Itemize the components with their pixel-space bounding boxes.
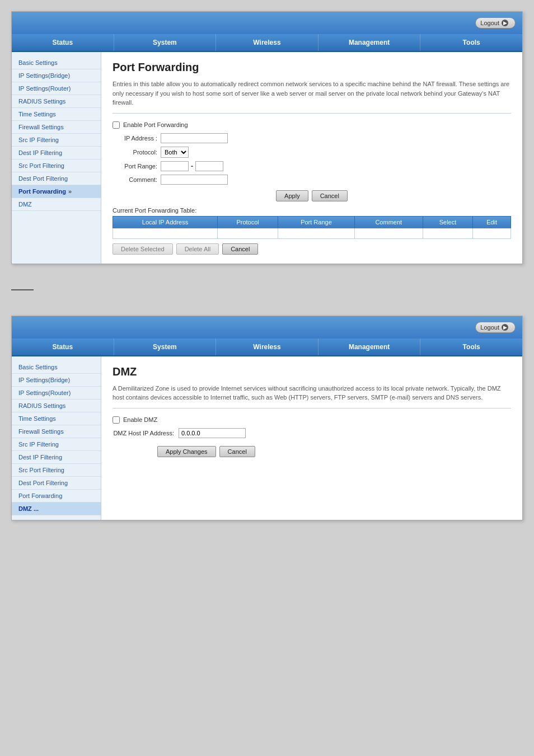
apply-changes-button[interactable]: Apply Changes (157, 446, 216, 457)
port-dash: - (191, 162, 193, 170)
sidebar-dmz-2[interactable]: DMZ ... (12, 503, 101, 515)
protocol-label: Protocol: (113, 149, 157, 156)
sidebar-src-port-2[interactable]: Src Port Filtering (12, 464, 101, 477)
table-btn-row-1: Delete Selected Delete All Cancel (113, 243, 511, 255)
enable-dmz-label: Enable DMZ (123, 416, 157, 423)
col-protocol: Protocol (218, 216, 278, 228)
page-title-1: Port Forwarding (113, 61, 511, 74)
port-range-start-input[interactable] (161, 161, 189, 171)
col-edit: Edit (473, 216, 511, 228)
sidebar-dest-port-2[interactable]: Dest Port Filtering (12, 477, 101, 490)
sidebar-dest-ip-2[interactable]: Dest IP Filtering (12, 451, 101, 464)
nav-wireless-2[interactable]: Wireless (216, 339, 318, 355)
nav-tools-2[interactable]: Tools (420, 339, 522, 355)
nav-system-1[interactable]: System (114, 34, 217, 51)
page-title-2: DMZ (113, 365, 511, 378)
sidebar-port-forwarding-2[interactable]: Port Forwarding (12, 490, 101, 503)
logout-label-1: Logout (480, 20, 499, 26)
table-row (113, 228, 511, 238)
nav-management-2[interactable]: Management (318, 339, 421, 355)
comment-input[interactable] (161, 175, 228, 185)
cancel-table-button[interactable]: Cancel (222, 243, 258, 255)
col-port-range: Port Range (278, 216, 355, 228)
logout-button-2[interactable]: Logout ▶ (475, 322, 516, 333)
panel-body-2: Basic Settings IP Settings(Bridge) IP Se… (12, 356, 522, 520)
delete-selected-button[interactable]: Delete Selected (113, 243, 173, 255)
sidebar-basic-settings-2[interactable]: Basic Settings (12, 361, 101, 374)
col-comment: Comment (354, 216, 423, 228)
sidebar-basic-settings-1[interactable]: Basic Settings (12, 57, 101, 69)
sidebar-ip-router-2[interactable]: IP Settings(Router) (12, 387, 101, 400)
port-range-row: Port Range: - (113, 161, 511, 171)
apply-button-1[interactable]: Apply (276, 190, 308, 201)
sidebar-2: Basic Settings IP Settings(Bridge) IP Se… (12, 356, 101, 520)
delete-all-button[interactable]: Delete All (176, 243, 219, 255)
nav-bar-2: Status System Wireless Management Tools (12, 339, 522, 356)
ip-address-input[interactable] (161, 133, 228, 143)
sidebar-src-port-1[interactable]: Src Port Filtering (12, 159, 101, 172)
ip-address-label: IP Address : (113, 135, 157, 142)
protocol-row: Protocol: Both TCP UDP (113, 147, 511, 158)
col-select: Select (423, 216, 473, 228)
protocol-select[interactable]: Both TCP UDP (161, 147, 189, 158)
dmz-host-row: DMZ Host IP Address: (113, 428, 511, 438)
form-btn-row-1: Apply Cancel (113, 190, 511, 201)
sidebar-dest-port-1[interactable]: Dest Port Filtering (12, 172, 101, 185)
panel-header-2: Logout ▶ (12, 316, 522, 339)
form-btn-row-2: Apply Changes Cancel (113, 446, 511, 457)
enable-dmz-row: Enable DMZ (113, 416, 511, 424)
page-desc-2: A Demilitarized Zone is used to provide … (113, 384, 511, 408)
sidebar-ip-bridge-1[interactable]: IP Settings(Bridge) (12, 69, 101, 82)
col-local-ip: Local IP Address (113, 216, 218, 228)
main-content-1: Port Forwarding Entries in this table al… (101, 52, 522, 264)
cancel-button-1[interactable]: Cancel (312, 190, 348, 201)
comment-label: Comment: (113, 176, 157, 183)
sidebar-firewall-2[interactable]: Firewall Settings (12, 425, 101, 438)
sidebar-ip-bridge-2[interactable]: IP Settings(Bridge) (12, 374, 101, 387)
comment-row: Comment: (113, 175, 511, 185)
panel-body-1: Basic Settings IP Settings(Bridge) IP Se… (12, 52, 522, 264)
ip-address-row: IP Address : (113, 133, 511, 143)
logout-button-1[interactable]: Logout ▶ (475, 17, 516, 29)
port-range-label: Port Range: (113, 163, 157, 170)
table-title-1: Current Port Forwarding Table: (113, 207, 511, 214)
sidebar-src-ip-2[interactable]: Src IP Filtering (12, 438, 101, 451)
nav-status-1[interactable]: Status (12, 34, 114, 51)
nav-management-1[interactable]: Management (318, 34, 421, 51)
nav-wireless-1[interactable]: Wireless (216, 34, 318, 51)
sidebar-dest-ip-1[interactable]: Dest IP Filtering (12, 147, 101, 159)
sidebar-radius-2[interactable]: RADIUS Settings (12, 400, 101, 412)
dmz-host-input[interactable] (179, 428, 246, 438)
enable-port-forwarding-checkbox[interactable] (113, 121, 120, 129)
port-range-inputs: - (161, 161, 223, 171)
main-content-2: DMZ A Demilitarized Zone is used to prov… (101, 356, 522, 520)
sidebar-firewall-1[interactable]: Firewall Settings (12, 121, 101, 134)
port-range-end-input[interactable] (195, 161, 223, 171)
nav-status-2[interactable]: Status (12, 339, 114, 355)
dmz-panel: Logout ▶ Status System Wireless Manageme… (11, 316, 523, 520)
cancel-button-2[interactable]: Cancel (219, 446, 255, 457)
sidebar-1: Basic Settings IP Settings(Bridge) IP Se… (12, 52, 101, 264)
sidebar-time-2[interactable]: Time Settings (12, 412, 101, 425)
panel-header-1: Logout ▶ (12, 12, 522, 34)
sidebar-time-1[interactable]: Time Settings (12, 108, 101, 121)
enable-port-forwarding-label: Enable Port Forwarding (123, 121, 188, 128)
sidebar-src-ip-1[interactable]: Src IP Filtering (12, 134, 101, 147)
port-forwarding-table: Local IP Address Protocol Port Range Com… (113, 216, 511, 239)
enable-dmz-checkbox[interactable] (113, 416, 120, 424)
logout-label-2: Logout (480, 324, 499, 331)
logout-arrow-icon-2: ▶ (502, 324, 508, 331)
dmz-host-label: DMZ Host IP Address: (113, 430, 174, 436)
table-section-1: Current Port Forwarding Table: Local IP … (113, 207, 511, 255)
nav-bar-1: Status System Wireless Management Tools (12, 34, 522, 52)
nav-tools-1[interactable]: Tools (420, 34, 522, 51)
sidebar-dmz-1[interactable]: DMZ (12, 198, 101, 211)
sidebar-ip-router-1[interactable]: IP Settings(Router) (12, 82, 101, 95)
page-desc-1: Entries in this table allow you to autom… (113, 79, 511, 114)
logout-arrow-icon-1: ▶ (502, 20, 508, 26)
divider (11, 289, 34, 290)
enable-checkbox-row-1: Enable Port Forwarding (113, 121, 511, 129)
sidebar-radius-1[interactable]: RADIUS Settings (12, 95, 101, 108)
nav-system-2[interactable]: System (114, 339, 217, 355)
sidebar-port-forwarding-1[interactable]: Port Forwarding (12, 185, 101, 198)
